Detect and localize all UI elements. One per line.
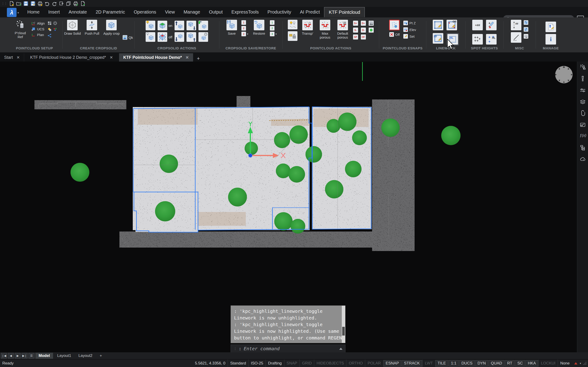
show-cropsolids-button[interactable] <box>146 21 155 30</box>
close-icon[interactable]: ✕ <box>109 55 113 60</box>
command-grip[interactable]: ⋮ <box>234 347 236 350</box>
doc-tab-house-demo[interactable]: KTF Pointcloud House Demo*✕ <box>119 53 193 62</box>
toggle-rt[interactable]: RT <box>505 360 514 367</box>
tab-annotate[interactable]: Annotate <box>64 7 91 17</box>
pc-image-button[interactable] <box>369 21 374 26</box>
toggle-quad[interactable]: QUAD <box>489 360 504 367</box>
toggle-esnap[interactable]: ESNAP <box>383 360 401 367</box>
esnap-off-button[interactable]: Off <box>389 32 400 37</box>
color-style-icon[interactable] <box>48 27 52 32</box>
misc-tool-1[interactable] <box>524 20 528 25</box>
tab-manage[interactable]: Manage <box>179 7 204 17</box>
tab-model[interactable]: Model <box>35 353 53 359</box>
restore-cropsolids-button[interactable]: Restore <box>251 20 267 35</box>
toolbar-grip[interactable]: ⋮⋮ <box>1 2 7 5</box>
scan-minus-button[interactable]: S- <box>353 28 358 33</box>
esnap-on-button[interactable] <box>389 20 400 30</box>
toggle-strack[interactable]: STRACK <box>402 360 422 367</box>
pc-bulbs-button[interactable] <box>288 20 298 29</box>
logo-caret-icon[interactable]: ▾ <box>17 11 19 15</box>
save-slot-1[interactable]: 1 <box>241 20 246 25</box>
qk-crop-button[interactable]: Qk <box>123 35 133 40</box>
plot-icon[interactable] <box>38 1 42 6</box>
toggle-lwt[interactable]: LWT <box>422 359 435 367</box>
misc-tool-3[interactable] <box>524 34 528 39</box>
tab-productivity[interactable]: Productivity <box>263 7 295 17</box>
pc-display-settings-icon[interactable] <box>48 21 52 25</box>
tab-home[interactable]: Home <box>23 7 44 17</box>
rgb-colors-icon[interactable] <box>53 27 57 32</box>
status-dimstyle[interactable]: ISO-25 <box>248 359 265 367</box>
hide-cropsolids-button[interactable] <box>146 32 155 42</box>
toggle-hideobjects[interactable]: HIDEOBJECTS <box>314 359 346 367</box>
pcloud-ref-button[interactable]: P'cloud Ref <box>12 20 29 39</box>
cropsolid-on-button[interactable] <box>157 21 167 30</box>
close-icon[interactable]: ✕ <box>17 55 20 60</box>
drawing-canvas[interactable]: : 'kpc_highlight_linework_toggle Linewor… <box>0 62 588 352</box>
toggle-sc[interactable]: SC <box>515 360 525 367</box>
toggle-tile[interactable]: TILE <box>435 360 448 367</box>
close-icon[interactable]: ✕ <box>186 55 189 60</box>
extend-cropsolid-button[interactable] <box>199 21 208 30</box>
command-window[interactable]: : 'kpc_highlight_linework_toggle Linewor… <box>231 305 346 353</box>
toggle-snap[interactable]: SNAP <box>284 359 299 367</box>
density-plus-button[interactable]: D+ <box>361 21 366 26</box>
send-below-button[interactable] <box>187 21 196 30</box>
structure-icon[interactable] <box>580 145 586 151</box>
bring-above-button[interactable] <box>187 32 196 42</box>
new-doc-tab-button[interactable]: + <box>193 56 204 62</box>
scrollbar-thumb[interactable] <box>342 327 345 335</box>
save-icon[interactable] <box>24 1 28 6</box>
tab-output[interactable]: Output <box>204 7 227 17</box>
undo-icon[interactable] <box>45 1 50 6</box>
save-as-icon[interactable] <box>31 1 35 6</box>
tab-ktf-pointcloud[interactable]: KTF Pointcloud <box>324 7 365 17</box>
tab-layout2[interactable]: Layout2 <box>75 353 96 359</box>
toggle-scale[interactable]: 1:1 <box>448 360 459 367</box>
toggle-hka[interactable]: HKA <box>526 360 538 367</box>
tab-layout1[interactable]: Layout1 <box>54 353 75 359</box>
layers-icon[interactable] <box>580 99 586 105</box>
add-spot-heights-button[interactable]: +## <box>472 20 483 30</box>
restore-slot-1[interactable]: 1 <box>270 20 274 25</box>
status-dropdown-icon[interactable]: ▾ <box>580 362 581 365</box>
raise-cropsolid-button[interactable] <box>174 21 184 30</box>
draw-linework-button[interactable] <box>433 20 443 30</box>
3d-linework-button[interactable]: 3D <box>433 33 443 44</box>
misc-tool-2[interactable] <box>524 27 528 32</box>
cropsolid-settings-button[interactable] <box>199 32 208 42</box>
toggle-grid[interactable]: GRID <box>299 359 314 367</box>
redo-icon[interactable] <box>52 1 57 6</box>
default-porous-button[interactable]: Default porous <box>335 20 350 39</box>
draw-solid-button[interactable]: Draw Solid <box>64 20 81 35</box>
scan-plus-button[interactable]: S+ <box>353 21 358 26</box>
command-history[interactable]: : 'kpc_highlight_linework_toggle Linewor… <box>231 305 346 343</box>
new-drawing-icon[interactable] <box>9 1 14 6</box>
pc-lock-button[interactable] <box>288 31 298 41</box>
alerts-icon[interactable] <box>580 76 586 82</box>
xref-icon[interactable] <box>59 1 64 6</box>
transparency-button[interactable]: Transp' <box>300 20 315 35</box>
publish-icon[interactable] <box>73 1 78 6</box>
density-minus-button[interactable]: D- <box>361 28 366 33</box>
alert-triangle-icon[interactable] <box>574 362 577 365</box>
scrollbar[interactable] <box>342 306 345 343</box>
layout-list-button[interactable]: ☰ <box>28 353 34 359</box>
resize-grip-icon[interactable] <box>583 361 587 365</box>
esnap-elev-button[interactable]: Elev <box>403 27 416 32</box>
scan-preview-button[interactable]: SP <box>353 34 358 40</box>
export-icon[interactable] <box>80 1 85 6</box>
density-off-button[interactable]: OF <box>361 34 366 40</box>
last-layout-button[interactable]: ▶❘ <box>22 353 28 359</box>
tab-view[interactable]: View <box>161 7 179 17</box>
tab-2d-parametric[interactable]: 2D Parametric <box>91 7 129 17</box>
measure-vertical-button[interactable]: ## <box>511 20 522 30</box>
add-layout-button[interactable]: + <box>97 353 105 359</box>
doc-tab-start[interactable]: Start✕ <box>0 53 24 62</box>
cloud-icon[interactable] <box>580 156 586 162</box>
erase-spot-heights-button[interactable] <box>486 20 497 30</box>
toggle-lockui[interactable]: LOCKUI <box>538 359 558 367</box>
open-icon[interactable] <box>16 1 21 6</box>
toggle-ortho[interactable]: ORTHO <box>346 359 365 367</box>
edit-settings-doc-button[interactable] <box>546 22 556 32</box>
